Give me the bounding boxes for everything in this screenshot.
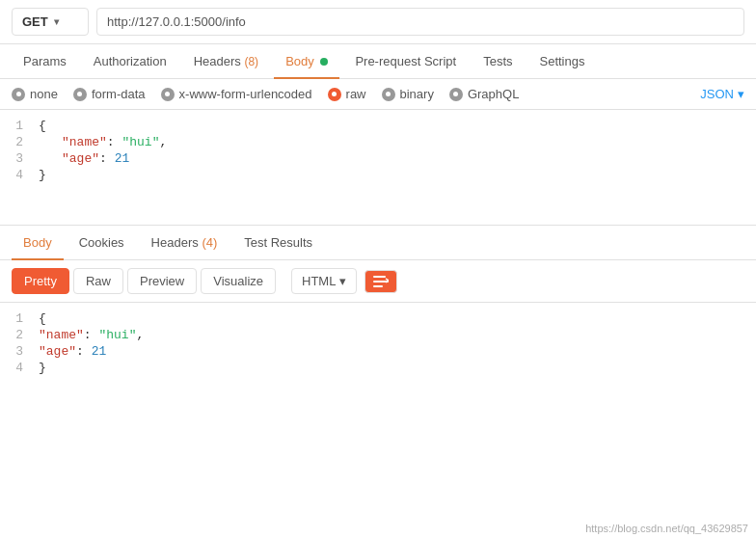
body-dot-indicator (320, 58, 328, 66)
tab-headers[interactable]: Headers (8) (182, 44, 270, 78)
resp-line-1: 1 { (0, 310, 756, 327)
wrap-icon (373, 275, 389, 288)
option-urlencoded[interactable]: x-www-form-urlencoded (161, 87, 312, 101)
resp-line-3: 3 "age": 21 (0, 343, 756, 360)
method-label: GET (22, 14, 48, 29)
radio-form-data (73, 88, 87, 101)
url-input[interactable] (96, 8, 744, 36)
resp-tab-cookies[interactable]: Cookies (68, 226, 136, 259)
req-line-3: 3 "age": 21 (0, 150, 756, 167)
view-pretty-btn[interactable]: Pretty (12, 268, 69, 294)
resp-line-4: 4 } (0, 360, 756, 376)
request-tabs: Params Authorization Headers (8) Body Pr… (0, 44, 756, 79)
radio-urlencoded (161, 88, 175, 101)
req-line-1: 1 { (0, 118, 756, 134)
radio-graphql (449, 88, 463, 101)
req-line-4: 4 } (0, 167, 756, 183)
response-toolbar: Pretty Raw Preview Visualize HTML ▾ (0, 260, 756, 303)
tab-params[interactable]: Params (12, 44, 78, 78)
radio-raw (328, 88, 341, 101)
radio-none (12, 88, 25, 101)
resp-line-2: 2 "name": "hui", (0, 327, 756, 343)
headers-badge: (8) (244, 55, 258, 68)
request-code-editor: 1 { 2 "name": "hui", 3 "age": 21 4 } (0, 110, 756, 226)
req-line-2: 2 "name": "hui", (0, 134, 756, 150)
watermark: https://blog.csdn.net/qq_43629857 (585, 523, 748, 534)
option-form-data[interactable]: form-data (73, 87, 146, 101)
method-select[interactable]: GET ▾ (12, 8, 89, 36)
resp-tab-headers[interactable]: Headers (4) (140, 226, 230, 259)
tab-settings[interactable]: Settings (528, 44, 597, 78)
method-chevron-icon: ▾ (54, 16, 59, 27)
response-tabs: Body Cookies Headers (4) Test Results (0, 226, 756, 260)
svg-rect-2 (373, 285, 383, 287)
url-bar: GET ▾ (0, 0, 756, 44)
format-chevron-icon: ▾ (339, 274, 346, 288)
svg-rect-0 (373, 276, 386, 278)
resp-tab-test-results[interactable]: Test Results (232, 226, 324, 259)
response-section: Body Cookies Headers (4) Test Results Pr… (0, 226, 756, 384)
option-none[interactable]: none (12, 87, 58, 101)
radio-binary (382, 88, 395, 101)
option-raw[interactable]: raw (328, 87, 366, 101)
view-visualize-btn[interactable]: Visualize (201, 268, 276, 294)
tab-body[interactable]: Body (274, 44, 339, 78)
tab-pre-request[interactable]: Pre-request Script (343, 44, 468, 78)
option-binary[interactable]: binary (382, 87, 434, 101)
tab-tests[interactable]: Tests (472, 44, 524, 78)
resp-headers-badge: (4) (202, 235, 217, 250)
body-options: none form-data x-www-form-urlencoded raw… (0, 79, 756, 110)
tab-authorization[interactable]: Authorization (82, 44, 178, 78)
json-chevron-icon: ▾ (738, 87, 744, 101)
response-format-select[interactable]: HTML ▾ (291, 268, 357, 294)
option-graphql[interactable]: GraphQL (449, 87, 519, 101)
view-preview-btn[interactable]: Preview (127, 268, 197, 294)
json-format-dropdown[interactable]: JSON ▾ (700, 87, 744, 101)
wrap-btn[interactable] (364, 270, 397, 293)
view-raw-btn[interactable]: Raw (73, 268, 123, 294)
resp-tab-body[interactable]: Body (12, 226, 64, 259)
response-body: 1 { 2 "name": "hui", 3 "age": 21 4 } (0, 303, 756, 384)
